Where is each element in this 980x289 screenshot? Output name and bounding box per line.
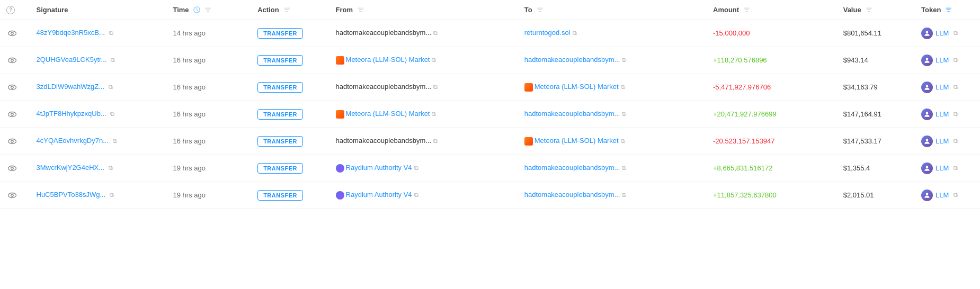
- value-text: $801,654.11: [843, 29, 881, 37]
- copy-sig-button[interactable]: ⧉: [106, 83, 115, 92]
- eye-button[interactable]: [6, 136, 18, 147]
- question-icon[interactable]: ?: [6, 6, 15, 14]
- signature-link[interactable]: 4tJpTF8HhykpzxqUb...: [37, 110, 106, 118]
- to-address-link[interactable]: returntogod.sol: [524, 29, 571, 37]
- raydium-link[interactable]: Raydium Authority V4: [346, 191, 412, 198]
- clock-icon: [193, 6, 200, 13]
- eye-button[interactable]: [6, 162, 18, 174]
- copy-sig-button[interactable]: ⧉: [111, 137, 119, 146]
- token-wrap: LLM ⧉: [921, 82, 974, 93]
- meteora-link[interactable]: Meteora (LLM-SOL) Market: [534, 137, 619, 144]
- to-address-link[interactable]: hadtomakeacouplebandsbym...: [524, 164, 620, 171]
- copy-token-button[interactable]: ⧉: [951, 110, 960, 119]
- col-header-time: Time: [166, 0, 251, 20]
- svg-point-7: [11, 59, 14, 61]
- action-filter-icon[interactable]: [283, 6, 290, 13]
- row-time-cell: 14 hrs ago: [166, 20, 251, 47]
- token-label-link[interactable]: LLM: [936, 137, 949, 145]
- token-label-link[interactable]: LLM: [936, 83, 949, 91]
- table-row: 3zdLDiW9wahWzgZ... ⧉ 16 hrs ago TRANSFER…: [0, 74, 980, 101]
- to-address-link[interactable]: hadtomakeacouplebandsbym...: [524, 191, 620, 198]
- copy-sig-button[interactable]: ⧉: [106, 164, 115, 173]
- eye-button[interactable]: [6, 55, 18, 66]
- signature-link[interactable]: HuC5BPVTo38sJWg...: [37, 191, 106, 198]
- copy-sig-button[interactable]: ⧉: [107, 29, 115, 38]
- col-to-label: To: [524, 6, 532, 14]
- col-amount-label: Amount: [713, 6, 739, 14]
- eye-button[interactable]: [6, 28, 18, 39]
- token-label-link[interactable]: LLM: [936, 191, 949, 199]
- copy-address-button[interactable]: ⧉: [412, 164, 421, 173]
- signature-link[interactable]: 4cYQAEovhvrkgDy7n...: [37, 137, 109, 144]
- copy-address-button[interactable]: ⧉: [431, 83, 440, 92]
- row-to-cell: Meteora (LLM-SOL) Market⧉: [518, 74, 707, 101]
- copy-address-button[interactable]: ⧉: [431, 137, 440, 146]
- eye-button[interactable]: [6, 189, 18, 201]
- copy-sig-button[interactable]: ⧉: [108, 191, 116, 200]
- token-label-link[interactable]: LLM: [936, 29, 949, 37]
- to-address-link[interactable]: hadtomakeacouplebandsbym...: [524, 56, 620, 64]
- row-amount-cell: +8,665,831.516172: [707, 155, 837, 182]
- token-avatar: [921, 136, 933, 147]
- svg-point-16: [11, 140, 14, 142]
- copy-sig-button[interactable]: ⧉: [108, 110, 117, 119]
- copy-to-button[interactable]: ⧉: [620, 110, 628, 119]
- time-text: 16 hrs ago: [173, 110, 205, 118]
- copy-to-button[interactable]: ⧉: [571, 29, 579, 38]
- copy-address-button[interactable]: ⧉: [619, 83, 627, 92]
- svg-point-4: [11, 32, 14, 34]
- copy-token-button[interactable]: ⧉: [951, 164, 960, 173]
- amount-filter-icon[interactable]: [743, 6, 750, 13]
- copy-token-button[interactable]: ⧉: [951, 83, 960, 92]
- copy-address-button[interactable]: ⧉: [430, 56, 438, 65]
- copy-token-button[interactable]: ⧉: [951, 56, 960, 65]
- row-amount-cell: -5,471,927.976706: [707, 74, 837, 101]
- token-avatar: [921, 189, 933, 201]
- raydium-icon: [336, 164, 344, 173]
- row-action-cell: TRANSFER: [251, 20, 329, 47]
- copy-token-button[interactable]: ⧉: [951, 191, 960, 200]
- copy-token-button[interactable]: ⧉: [951, 137, 960, 146]
- copy-to-button[interactable]: ⧉: [620, 191, 628, 200]
- token-label-link[interactable]: LLM: [936, 56, 949, 64]
- col-header-amount: Amount: [707, 0, 837, 20]
- row-from-cell: hadtomakeacouplebandsbym...⧉: [329, 128, 518, 155]
- token-avatar: [921, 109, 933, 120]
- time-filter-icon[interactable]: [204, 6, 211, 13]
- copy-address-button[interactable]: ⧉: [412, 191, 421, 200]
- row-signature-cell: 4cYQAEovhvrkgDy7n... ⧉: [30, 128, 167, 155]
- signature-link[interactable]: 3zdLDiW9wahWzgZ...: [37, 83, 105, 91]
- row-value-cell: $147,164.91: [837, 101, 915, 128]
- signature-link[interactable]: 2QUHGVea9LCK5ytr...: [37, 56, 107, 64]
- eye-button[interactable]: [6, 82, 18, 93]
- value-filter-icon[interactable]: [866, 6, 872, 13]
- copy-to-button[interactable]: ⧉: [620, 56, 628, 65]
- to-address-link[interactable]: hadtomakeacouplebandsbym...: [524, 110, 620, 118]
- copy-sig-button[interactable]: ⧉: [109, 56, 117, 65]
- meteora-link[interactable]: Meteora (LLM-SOL) Market: [534, 83, 619, 91]
- eye-icon: [7, 164, 17, 173]
- copy-token-button[interactable]: ⧉: [951, 29, 960, 38]
- copy-address-button[interactable]: ⧉: [430, 110, 438, 119]
- eye-button[interactable]: [6, 109, 18, 120]
- token-label-link[interactable]: LLM: [936, 164, 949, 172]
- token-label-link[interactable]: LLM: [936, 110, 949, 118]
- token-wrap: LLM ⧉: [921, 109, 974, 120]
- row-to-cell: hadtomakeacouplebandsbym...⧉: [518, 47, 707, 74]
- row-action-cell: TRANSFER: [251, 128, 329, 155]
- table-body: 48zY9bdqe3nR5xcB... ⧉ 14 hrs ago TRANSFE…: [0, 20, 980, 209]
- meteora-link[interactable]: Meteora (LLM-SOL) Market: [346, 110, 430, 118]
- row-time-cell: 16 hrs ago: [166, 128, 251, 155]
- signature-link[interactable]: 48zY9bdqe3nR5xcB...: [37, 29, 105, 37]
- meteora-link[interactable]: Meteora (LLM-SOL) Market: [346, 56, 430, 64]
- token-avatar-icon: [923, 138, 931, 145]
- signature-link[interactable]: 3MwcrKwjY2G4eHX...: [37, 164, 105, 171]
- to-filter-icon[interactable]: [537, 6, 544, 13]
- from-filter-icon[interactable]: [357, 6, 364, 13]
- copy-address-button[interactable]: ⧉: [619, 137, 627, 146]
- col-from-label: From: [336, 6, 353, 14]
- copy-to-button[interactable]: ⧉: [620, 164, 628, 173]
- copy-address-button[interactable]: ⧉: [431, 29, 440, 38]
- raydium-link[interactable]: Raydium Authority V4: [346, 164, 412, 171]
- token-filter-icon-active[interactable]: [945, 6, 952, 13]
